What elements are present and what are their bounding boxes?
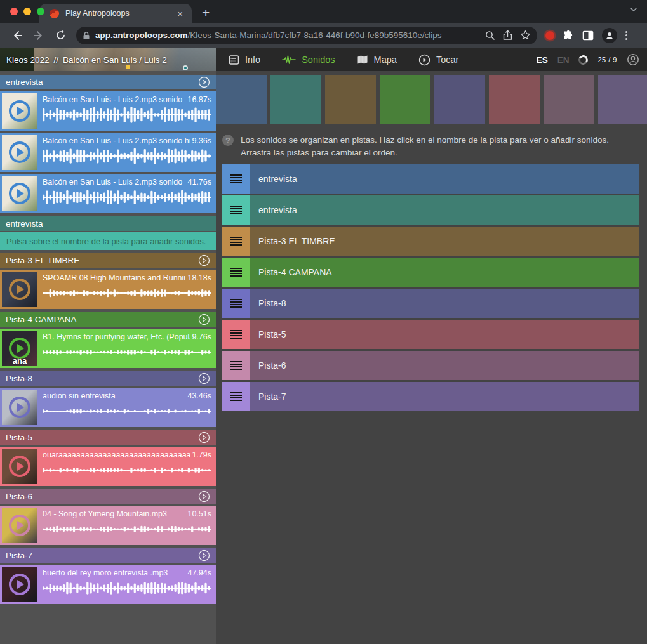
clip-play-icon[interactable] [9,515,30,536]
clip-play-icon[interactable] [9,456,30,477]
track-header-3[interactable]: Pista-3 EL TIMBRE [0,253,216,268]
track-header-7[interactable]: Pista-6 [0,489,216,504]
clip-thumbnail[interactable] [2,176,37,211]
track-header-1[interactable]: entrevista [0,75,216,89]
play-track-button[interactable] [198,313,210,325]
clip-thumbnail[interactable] [2,449,37,484]
tab-search-chevron-icon[interactable] [629,5,638,14]
lang-es-button[interactable]: ES [537,55,548,65]
clip-thumbnail[interactable] [2,508,37,543]
track-row-label[interactable]: entrevista [250,164,639,194]
drag-handle[interactable] [222,227,250,256]
clip-item[interactable]: SPOAMR 08 High Mountains and Running ...… [0,270,216,309]
clip-play-icon[interactable] [9,100,30,122]
clip-thumbnail[interactable] [2,135,37,170]
nav-tab-sonidos[interactable]: Sonidos [282,55,335,65]
track-header-6[interactable]: Pista-5 [0,430,216,445]
drag-handle[interactable] [222,320,250,349]
clip-thumbnail[interactable] [2,390,37,425]
side-panel-icon[interactable] [582,30,594,41]
zoom-level-icon[interactable] [485,30,495,41]
clip-item[interactable]: huerto del rey moro entrevista .mp347.94… [0,565,216,604]
clip-thumbnail[interactable] [2,93,37,129]
lang-en-button[interactable]: EN [557,55,570,65]
clip-play-icon[interactable] [9,279,30,300]
browser-menu-icon[interactable] [625,31,627,40]
loop-swatch-1[interactable] [216,75,267,124]
track-row-label[interactable]: Pista-3 EL TIMBRE [250,227,639,256]
play-track-button[interactable] [198,372,210,384]
track-header-8[interactable]: Pista-7 [0,548,216,563]
track-row-label[interactable]: Pista-5 [250,320,639,349]
loop-swatch-8[interactable] [598,75,647,124]
forward-button[interactable] [30,27,48,44]
nav-tab-tocar[interactable]: Tocar [418,54,458,66]
extensions-puzzle-icon[interactable] [563,30,574,41]
bookmark-star-icon[interactable] [520,30,531,41]
track-row-6[interactable]: Pista-5 [222,320,639,349]
profile-avatar[interactable] [602,28,617,43]
clip-item[interactable]: ouaraaaaaaaaaaaaaaaaaaaaaaaaaaaaaaaaa...… [0,447,216,486]
clip-item[interactable]: añaB1. Hymns for purifying water, Etc. (… [0,329,216,368]
track-row-1[interactable]: entrevista [222,164,639,194]
clip-item[interactable]: 04 - Song of Yimeng Mountain.mp310.51s [0,506,216,545]
clip-thumbnail[interactable] [2,567,37,602]
track-row-5[interactable]: Pista-8 [222,289,639,318]
back-button[interactable] [8,27,26,44]
track-header-5[interactable]: Pista-8 [0,371,216,386]
track-row-3[interactable]: Pista-3 EL TIMBRE [222,227,639,256]
clip-item[interactable]: Balcón en San Luis - Luis 2.mp3 sonido h… [0,133,216,172]
play-track-button[interactable] [198,76,210,88]
nav-tab-info[interactable]: Info [229,55,260,65]
drag-handle[interactable] [222,164,250,194]
track-row-label[interactable]: Pista-6 [250,351,639,380]
nav-tab-mapa[interactable]: Mapa [357,55,397,65]
track-row-label[interactable]: Pista-8 [250,289,639,318]
loop-swatch-2[interactable] [270,75,321,124]
recording-extension-icon[interactable] [545,31,554,40]
drag-handle[interactable] [222,289,250,318]
window-zoom-button[interactable] [37,8,44,15]
reload-button[interactable] [51,27,69,44]
clip-item[interactable]: Balcón en San Luis - Luis 2.mp3 sonido h… [0,174,216,213]
clip-thumbnail[interactable] [2,272,37,307]
url-bar[interactable]: app.antropoloops.com/Kleos-Santa-Marina/… [76,27,537,44]
drag-handle[interactable] [222,351,250,380]
track-row-label[interactable]: Pista-7 [250,382,639,411]
track-row-2[interactable]: entrevista [222,195,639,225]
loop-swatch-7[interactable] [544,75,594,124]
loop-swatch-4[interactable] [380,75,430,124]
clip-play-icon[interactable] [9,574,30,595]
play-track-button[interactable] [198,254,210,266]
track-row-label[interactable]: Pista-4 CAMPANA [250,258,639,287]
drag-handle[interactable] [222,382,250,411]
play-track-button[interactable] [198,431,210,444]
play-track-button[interactable] [198,490,210,503]
clip-thumbnail[interactable]: aña [2,331,37,366]
loop-swatch-5[interactable] [434,75,485,124]
track-header-4[interactable]: Pista-4 CAMPANA [0,312,216,327]
browser-tab[interactable]: Play Antropoloops × [39,4,192,23]
clip-item[interactable]: audion sin entrevista43.46s [0,388,216,427]
share-icon[interactable] [503,30,512,41]
track-row-8[interactable]: Pista-7 [222,382,639,411]
window-minimize-button[interactable] [23,8,31,15]
play-track-button[interactable] [198,549,210,562]
breadcrumb[interactable]: Kleos 2022 // Balcón en San Luis / Luis … [0,55,216,65]
drag-handle[interactable] [222,258,250,287]
account-icon[interactable] [627,53,639,66]
drag-handle[interactable] [222,195,250,225]
track-header-2[interactable]: entrevista [0,216,216,231]
new-tab-button[interactable]: + [202,5,210,23]
track-row-label[interactable]: entrevista [250,195,639,225]
tab-close-icon[interactable]: × [175,8,185,19]
track-row-7[interactable]: Pista-6 [222,351,639,380]
clip-play-icon[interactable] [9,183,30,204]
breadcrumb-project[interactable]: Kleos 2022 [6,55,50,65]
loop-swatch-6[interactable] [489,75,540,124]
loop-swatch-3[interactable] [325,75,376,124]
clip-play-icon[interactable] [9,141,30,163]
clip-item[interactable]: Balcón en San Luis - Luis 2.mp3 sonido h… [0,91,216,131]
window-close-button[interactable] [10,8,18,15]
clip-play-icon[interactable] [9,397,30,418]
